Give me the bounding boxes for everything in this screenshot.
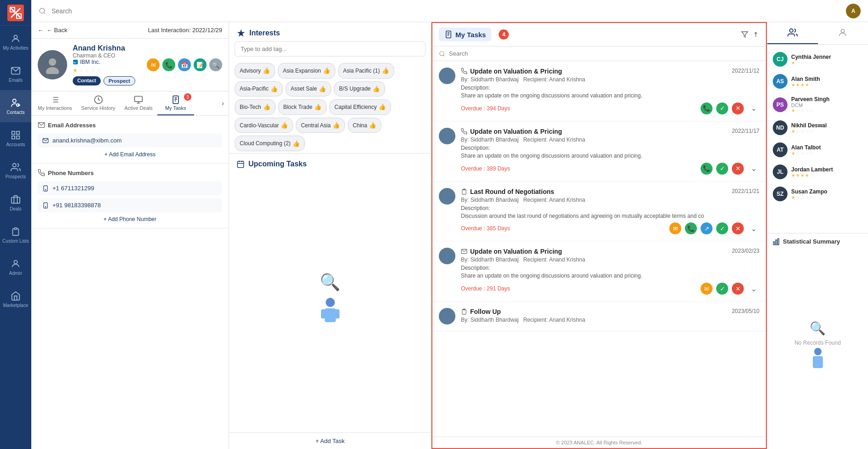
sidebar-item-admin[interactable]: Admin [0,251,31,283]
task-item: Update on Valuation & Pricing 2022/11/12… [432,61,766,121]
svg-point-6 [13,99,16,102]
task-expand-button[interactable]: ⌄ [747,163,759,175]
task-call-button[interactable]: 📞 [701,163,713,175]
right-tab-person[interactable] [818,22,868,44]
task-footer: Overdue : 291 Days ✉ ✓ ✕ ⌄ [461,283,759,295]
tab-active-deals[interactable]: Active Deals [120,91,157,115]
add-task-link[interactable]: + Add Task [229,432,431,449]
task-email-button[interactable]: ✉ [669,222,681,234]
tasks-search-icon [439,51,445,57]
contact-row-as[interactable]: AS Alan Smith ★★★★☆ [767,70,868,92]
task-check-button[interactable]: ✓ [716,163,728,175]
task-close-button[interactable]: ✕ [732,222,744,234]
add-email-link[interactable]: + Add Email Address [38,151,222,158]
tag-central-asia[interactable]: Central Asia👍 [296,118,345,133]
add-phone-link[interactable]: + Add Phone Number [38,216,222,222]
search-action-icon[interactable]: 🔍 [209,58,222,71]
app-logo[interactable] [7,5,24,21]
email-action-icon[interactable]: ✉ [147,58,160,71]
task-title-row: Last Round of Negotiations 2022/11/21 [461,188,759,195]
contact-row-cj[interactable]: CJ Cynthia Jenner ★☆☆☆☆ [767,48,868,70]
tasks-title-block: My Tasks [439,28,491,41]
tasks-search-input[interactable] [449,50,759,57]
task-overdue: Overdue : 394 Days [461,105,510,112]
contact-row-sz[interactable]: SZ Susan Zampo ★☆☆☆☆ [767,183,868,205]
task-check-button[interactable]: ✓ [716,222,728,234]
task-title-icon-group: Update on Valuation & Pricing [461,68,562,75]
sidebar-item-accounts[interactable]: Accounts [0,122,31,154]
sidebar-item-custom-lists[interactable]: Custom Lists [0,219,31,251]
task-check-button[interactable]: ✓ [716,283,728,295]
upcoming-tasks-header: Upcoming Tasks [229,153,431,172]
back-button[interactable]: ← ← Back [38,27,68,34]
contact-row-nd[interactable]: ND Nikhil Deswal ★☆☆☆☆ [767,117,868,139]
sidebar-item-deals[interactable]: Deals [0,187,31,219]
task-expand-button[interactable]: ⌄ [747,102,759,114]
task-call-button[interactable]: 📞 [701,102,713,114]
task-phone-icon [461,68,467,74]
contact-stars: ★☆☆☆☆ [73,67,141,74]
sidebar-item-emails[interactable]: Emails [0,58,31,90]
task-call-button[interactable]: 📞 [685,222,697,234]
tag-capital-efficiency[interactable]: Capital Efficiency👍 [329,99,391,115]
task-email-button[interactable]: ✉ [701,283,713,295]
task-close-button[interactable]: ✕ [732,163,744,175]
task-blue-button[interactable]: ↗ [701,222,713,234]
user-avatar[interactable]: A [846,4,861,18]
calendar-action-icon[interactable]: 📅 [178,58,191,71]
sort-icon[interactable] [752,31,759,38]
tag-cardio-vascular[interactable]: Cardio-Vascular👍 [235,118,293,133]
task-desc-label: Description: [461,205,759,211]
svg-rect-32 [321,309,326,318]
tab-my-interactions[interactable]: My Interactions [33,91,77,115]
task-expand-button[interactable]: ⌄ [747,222,759,234]
tab-my-tasks[interactable]: My Tasks 3 [157,91,194,115]
task-expand-button[interactable]: ⌄ [747,283,759,295]
contact-row-info: Alan Talbot ★☆☆☆☆ [791,144,862,156]
app-footer: © 2023 ANALEC. All Rights Reserved. [432,437,766,448]
svg-text:in: in [74,61,76,64]
tag-bio-tech[interactable]: Bio-Tech👍 [235,99,276,115]
sidebar-item-contacts[interactable]: Contacts [0,90,31,122]
tag-asia-pacific-1[interactable]: Asia Pacific (1)👍 [338,63,394,79]
tag-asset-sale[interactable]: Asset Sale👍 [286,81,331,97]
stat-no-records-person-illustration [806,346,829,378]
topbar-search-input[interactable] [52,7,840,15]
task-check-button[interactable]: ✓ [716,102,728,114]
tag-china[interactable]: China👍 [348,118,381,133]
task-email-icon [461,248,467,255]
contact-row-avatar: CJ [773,52,788,67]
tag-bs-upgrade[interactable]: B/S Upgrade👍 [334,81,385,97]
task-title-row: Update on Valuation & Pricing 2022/11/12 [461,68,759,75]
tag-search-input[interactable] [235,41,425,57]
contact-header: Anand Krishna Chairman & CEO in IBM Inc.… [31,39,229,91]
contact-row-info: Nikhil Deswal ★☆☆☆☆ [791,122,862,134]
tag-advisory[interactable]: Advisory👍 [235,63,275,79]
task-close-button[interactable]: ✕ [732,102,744,114]
contact-row-ps[interactable]: PS Parveen Singh DCM ★☆☆☆☆ [767,92,868,117]
contact-row-stars: ★☆☆☆☆ [791,108,862,113]
note-action-icon[interactable]: 📝 [194,58,207,71]
prospect-badge: Prospect [103,76,135,85]
svg-point-36 [440,51,444,55]
task-phone-icon [461,128,467,135]
tab-arrow[interactable]: › [219,99,227,108]
contact-row-at[interactable]: AT Alan Talbot ★☆☆☆☆ [767,139,868,161]
tag-block-trade[interactable]: Block Trade👍 [278,99,327,115]
right-tab-contacts-group[interactable] [767,22,818,44]
sidebar-item-activities[interactable]: My Activities [0,26,31,58]
contact-row-jl[interactable]: JL Jordan Lambert ★★★★☆ [767,161,868,183]
tag-asia-expansion[interactable]: Asia Expansion👍 [278,63,335,79]
task-content: Last Round of Negotiations 2022/11/21 By… [461,188,759,235]
sidebar-item-marketplace[interactable]: Marketplace [0,283,31,315]
task-actions: 📞 ✓ ✕ ⌄ [701,102,759,114]
filter-icon[interactable] [741,31,748,38]
task-list: Update on Valuation & Pricing 2022/11/12… [432,61,766,437]
tag-asia-pacific[interactable]: Asia-Pacific👍 [235,81,283,97]
phone-action-icon[interactable]: 📞 [162,58,175,71]
tab-service-history[interactable]: Service History [77,91,120,115]
task-close-button[interactable]: ✕ [732,283,744,295]
tag-cloud-computing[interactable]: Cloud Computing (2)👍 [235,136,305,151]
sidebar-item-prospects[interactable]: Prospects [0,154,31,187]
right-panel: CJ Cynthia Jenner ★☆☆☆☆ AS Alan Smith ★ [767,22,868,449]
